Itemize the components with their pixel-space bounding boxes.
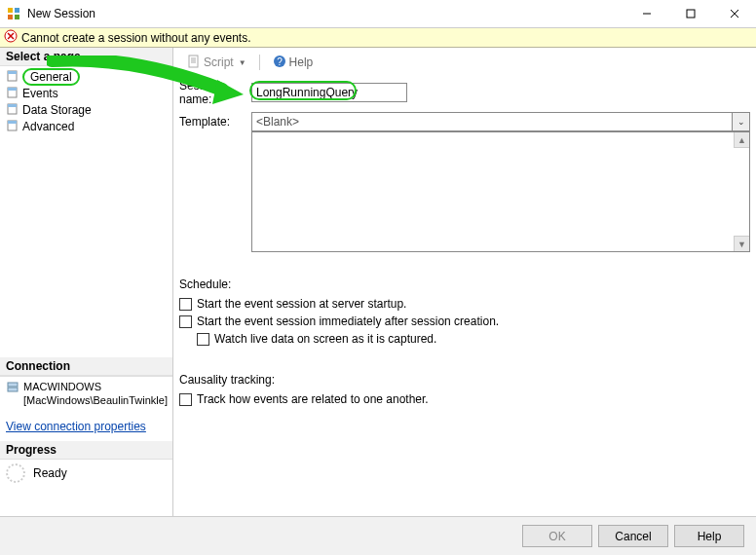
- template-description[interactable]: [252, 132, 734, 251]
- svg-text:?: ?: [277, 56, 283, 67]
- checkbox-row: Start the event session immediately afte…: [179, 313, 750, 330]
- progress-text: Ready: [33, 466, 67, 480]
- app-icon: [6, 6, 21, 21]
- checkbox-startup[interactable]: [179, 298, 192, 311]
- help-label: Help: [289, 56, 314, 69]
- error-text: Cannot create a session without any even…: [21, 31, 250, 45]
- page-label: Events: [22, 87, 58, 100]
- template-description-box: ▲ ▼: [251, 131, 750, 252]
- sidebar: Select a page General Events Data Storag…: [0, 48, 173, 516]
- checkbox-row: Start the event session at server startu…: [179, 295, 750, 313]
- title-bar: New Session: [0, 0, 756, 28]
- help-button[interactable]: ? Help: [267, 53, 320, 73]
- combo-dropdown-icon[interactable]: ⌄: [733, 112, 750, 131]
- page-data-storage[interactable]: Data Storage: [0, 102, 172, 118]
- error-icon: [4, 29, 18, 46]
- template-value: <Blank>: [251, 112, 733, 131]
- dropdown-caret-icon[interactable]: ▼: [239, 58, 246, 67]
- window-title: New Session: [27, 7, 624, 20]
- connection-server: MACWINDOWS: [23, 380, 168, 393]
- page-icon: [6, 119, 19, 135]
- server-icon: [6, 380, 19, 396]
- page-icon: [6, 69, 19, 86]
- page-icon: [6, 102, 19, 119]
- checkbox-label: Track how events are related to one anot…: [197, 392, 429, 406]
- connection-header: Connection: [0, 357, 172, 376]
- checkbox-label: Watch live data on screen as it is captu…: [214, 332, 436, 346]
- causality-label: Causality tracking:: [179, 373, 750, 387]
- toolbar: Script ▼ ? Help: [179, 52, 750, 73]
- maximize-button[interactable]: [668, 0, 712, 28]
- checkbox-watch-live[interactable]: [197, 333, 209, 346]
- session-name-input[interactable]: [251, 83, 407, 102]
- page-general[interactable]: General: [0, 69, 172, 85]
- causality-section: Causality tracking: Track how events are…: [179, 373, 750, 408]
- content-area: Select a page General Events Data Storag…: [0, 48, 756, 516]
- svg-rect-20: [8, 388, 18, 391]
- scroll-down-icon[interactable]: ▼: [734, 236, 749, 251]
- session-name-label: Session name:: [179, 79, 251, 106]
- checkbox-row: Track how events are related to one anot…: [179, 390, 750, 408]
- template-combobox[interactable]: <Blank> ⌄: [251, 112, 750, 131]
- main-panel: Script ▼ ? Help Session name: Template:: [173, 48, 756, 516]
- page-advanced[interactable]: Advanced: [0, 119, 172, 134]
- svg-rect-1: [15, 8, 19, 13]
- help-dialog-button[interactable]: Help: [674, 525, 744, 547]
- page-label: Advanced: [22, 120, 74, 133]
- schedule-section: Schedule: Start the event session at ser…: [179, 278, 750, 348]
- help-icon: ?: [273, 55, 286, 71]
- svg-rect-16: [8, 104, 17, 107]
- script-icon: [187, 55, 201, 71]
- scroll-up-icon[interactable]: ▲: [734, 132, 749, 148]
- view-connection-link[interactable]: View connection properties: [0, 410, 172, 441]
- svg-rect-19: [8, 383, 18, 387]
- script-button[interactable]: Script ▼: [181, 53, 252, 73]
- connection-box: MACWINDOWS [MacWindows\BeaulinTwinkle] V…: [0, 376, 172, 441]
- svg-rect-21: [189, 56, 198, 67]
- template-label: Template:: [179, 115, 251, 129]
- svg-rect-14: [8, 88, 17, 91]
- connection-user: [MacWindows\BeaulinTwinkle]: [23, 393, 168, 407]
- ok-button[interactable]: OK: [522, 525, 592, 547]
- page-events[interactable]: Events: [0, 86, 172, 101]
- progress-header: Progress: [0, 441, 172, 460]
- script-label: Script: [204, 56, 234, 69]
- page-icon: [6, 86, 19, 102]
- svg-rect-18: [8, 121, 17, 124]
- cancel-button[interactable]: Cancel: [598, 525, 668, 547]
- progress-row: Ready: [0, 460, 172, 487]
- checkbox-label: Start the event session at server startu…: [197, 297, 406, 311]
- select-page-header: Select a page: [0, 48, 172, 66]
- page-label: General: [22, 68, 80, 86]
- svg-rect-12: [8, 71, 17, 74]
- page-label: Data Storage: [22, 103, 92, 117]
- toolbar-separator: [259, 55, 260, 70]
- progress-spinner-icon: [6, 463, 25, 483]
- cancel-label: Cancel: [615, 530, 651, 543]
- svg-rect-2: [8, 15, 13, 19]
- checkbox-immediate[interactable]: [179, 315, 192, 328]
- close-button[interactable]: [712, 0, 756, 28]
- svg-rect-5: [687, 10, 695, 18]
- checkbox-label: Start the event session immediately afte…: [197, 314, 499, 328]
- window-buttons: [624, 0, 756, 28]
- schedule-label: Schedule:: [179, 278, 750, 291]
- svg-rect-3: [15, 15, 19, 19]
- checkbox-causality[interactable]: [179, 393, 192, 406]
- svg-rect-0: [8, 8, 13, 13]
- checkbox-row: Watch live data on screen as it is captu…: [197, 330, 750, 348]
- button-bar: OK Cancel Help: [0, 516, 756, 555]
- form: Session name: Template: <Blank> ⌄ ▲ ▼: [179, 79, 750, 408]
- ok-label: OK: [548, 530, 565, 543]
- page-list: General Events Data Storage Advanced: [0, 66, 172, 137]
- error-bar: Cannot create a session without any even…: [0, 28, 756, 48]
- help-dialog-label: Help: [698, 530, 722, 543]
- minimize-button[interactable]: [624, 0, 668, 28]
